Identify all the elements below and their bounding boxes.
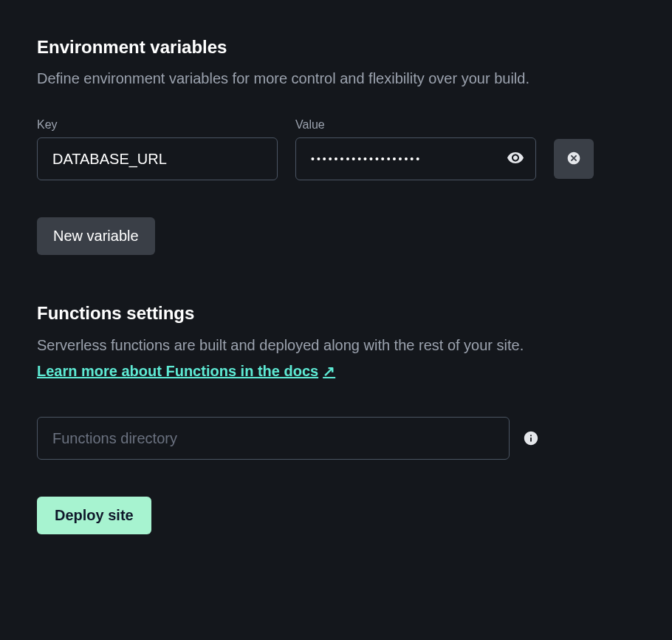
value-label: Value [295, 118, 536, 132]
close-circle-icon [566, 151, 581, 168]
new-variable-button[interactable]: New variable [37, 217, 155, 255]
delete-variable-button[interactable] [554, 139, 594, 179]
deploy-site-button[interactable]: Deploy site [37, 497, 151, 534]
toggle-visibility-button[interactable] [504, 146, 527, 172]
external-link-arrow-icon: ↗ [323, 362, 335, 380]
value-field-group: Value [295, 118, 536, 180]
env-vars-description: Define environment variables for more co… [37, 68, 635, 89]
functions-description: Serverless functions are built and deplo… [37, 334, 635, 356]
eye-icon [507, 149, 524, 169]
functions-docs-link[interactable]: Learn more about Functions in the docs ↗ [37, 362, 335, 380]
functions-docs-link-text: Learn more about Functions in the docs [37, 363, 318, 380]
env-vars-heading: Environment variables [37, 37, 635, 58]
info-icon[interactable] [523, 430, 539, 446]
key-label: Key [37, 118, 278, 132]
functions-directory-row [37, 417, 635, 460]
key-field-group: Key [37, 118, 278, 180]
functions-settings-section: Functions settings Serverless functions … [37, 303, 635, 534]
functions-directory-input[interactable] [37, 417, 510, 460]
env-key-input[interactable] [37, 137, 278, 180]
env-var-row: Key Value [37, 118, 635, 180]
functions-heading: Functions settings [37, 303, 635, 324]
env-value-input[interactable] [295, 137, 536, 180]
value-input-wrapper [295, 137, 536, 180]
environment-variables-section: Environment variables Define environment… [37, 37, 635, 255]
